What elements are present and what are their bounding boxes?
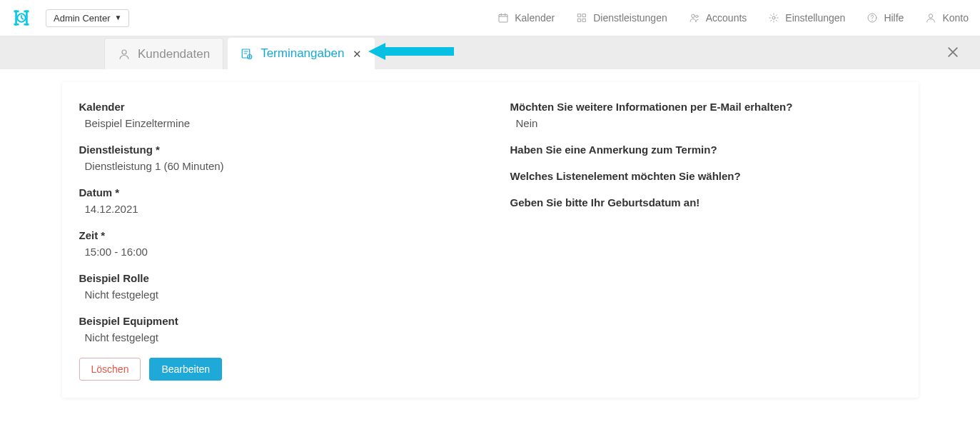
svg-rect-5 (583, 19, 586, 21)
role-value: Nicht festgelegt (79, 288, 470, 301)
user-icon (925, 12, 936, 24)
nav-services-label: Dienstleistungen (593, 12, 667, 24)
date-value: 14.12.2021 (79, 203, 470, 215)
nav-calendar[interactable]: Kalender (497, 12, 555, 24)
svg-point-12 (122, 50, 126, 54)
edit-button[interactable]: Bearbeiten (149, 358, 222, 381)
left-column: Kalender Beispiel Einzeltermine Dienstle… (79, 101, 470, 381)
nav-accounts[interactable]: Accounts (689, 12, 747, 24)
admin-center-dropdown[interactable]: Admin Center ▼ (46, 9, 129, 27)
svg-rect-4 (578, 19, 581, 21)
time-value: 15:00 - 16:00 (79, 246, 470, 258)
admin-center-label: Admin Center (54, 13, 110, 24)
tab-customer-data[interactable]: Kundendaten (104, 38, 223, 69)
tab-appointment-details-label: Terminangaben (261, 46, 344, 61)
right-column: Möchten Sie weitere Informationen per E-… (510, 101, 901, 381)
appointment-icon (241, 47, 253, 60)
svg-rect-3 (583, 14, 586, 17)
q-list-label: Welches Listenelement möchten Sie wählen… (510, 170, 901, 182)
grid-icon (576, 12, 587, 24)
service-label: Dienstleistung * (79, 144, 470, 156)
help-icon (867, 12, 878, 24)
q-email-label: Möchten Sie weitere Informationen per E-… (510, 101, 901, 113)
person-icon (118, 48, 131, 61)
svg-rect-2 (578, 14, 581, 17)
svg-point-8 (772, 16, 775, 19)
calendar-label: Kalender (79, 101, 470, 113)
q-birthdate-label: Geben Sie bitte Ihr Geburtsdatum an! (510, 196, 901, 209)
svg-point-11 (929, 14, 933, 18)
details-card: Kalender Beispiel Einzeltermine Dienstle… (62, 82, 919, 398)
svg-point-10 (872, 20, 873, 21)
arrow-annotation (368, 41, 454, 64)
svg-rect-1 (499, 14, 507, 22)
nav-settings[interactable]: Einstellungen (768, 12, 845, 24)
nav-help[interactable]: Hilfe (867, 12, 904, 24)
time-label: Zeit * (79, 229, 470, 241)
top-bar: Admin Center ▼ Kalender Dienstleistungen… (0, 0, 980, 36)
caret-down-icon: ▼ (114, 14, 121, 21)
q-email-value: Nein (510, 117, 901, 129)
users-icon (689, 12, 700, 24)
tab-appointment-details[interactable]: Terminangaben ✕ (228, 38, 375, 69)
page-content: Kalender Beispiel Einzeltermine Dienstle… (0, 69, 980, 426)
tab-customer-data-label: Kundendaten (138, 47, 210, 61)
equipment-label: Beispiel Equipment (79, 315, 470, 327)
nav-account-label: Konto (942, 12, 969, 24)
svg-point-7 (695, 15, 697, 17)
q-note-label: Haben Sie eine Anmerkung zum Termin? (510, 144, 901, 156)
svg-marker-15 (368, 43, 454, 60)
service-value: Dienstleistung 1 (60 Minuten) (79, 160, 470, 172)
svg-point-6 (691, 14, 694, 18)
delete-button[interactable]: Löschen (79, 358, 141, 381)
logo-icon[interactable] (11, 8, 31, 28)
top-nav: Kalender Dienstleistungen Accounts Einst… (497, 12, 969, 24)
calendar-icon (497, 12, 509, 24)
date-label: Datum * (79, 186, 470, 199)
nav-services[interactable]: Dienstleistungen (576, 12, 667, 24)
nav-accounts-label: Accounts (706, 12, 747, 24)
role-label: Beispiel Rolle (79, 272, 470, 284)
calendar-value: Beispiel Einzeltermine (79, 117, 470, 129)
tab-close-icon[interactable]: ✕ (353, 49, 362, 59)
nav-settings-label: Einstellungen (785, 12, 845, 24)
nav-help-label: Hilfe (884, 12, 904, 24)
close-panel-button[interactable] (946, 45, 980, 61)
gear-icon (768, 12, 779, 24)
nav-account[interactable]: Konto (925, 12, 969, 24)
equipment-value: Nicht festgelegt (79, 331, 470, 343)
tab-bar: Kundendaten Terminangaben ✕ (0, 36, 980, 69)
nav-calendar-label: Kalender (515, 12, 555, 24)
close-icon (946, 45, 960, 59)
